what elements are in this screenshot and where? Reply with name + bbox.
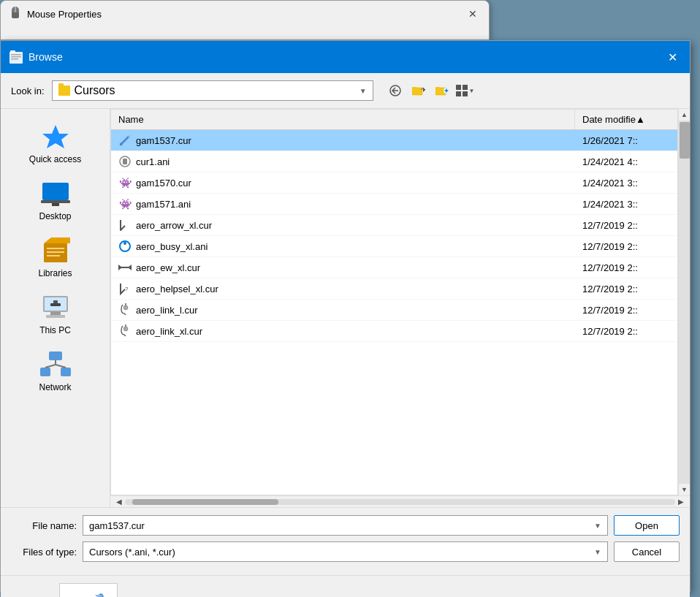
table-row[interactable]: ? aero_helpsel_xl.cur 12/7/2019 2:: [111, 278, 677, 300]
file-icon-5 [118, 240, 132, 253]
horizontal-scrollbar[interactable]: ◀ ▶ [110, 495, 690, 507]
libraries-icon [39, 236, 72, 265]
sidebar-item-quick-access[interactable]: Quick access [1, 116, 110, 170]
svg-rect-6 [11, 56, 21, 58]
up-folder-icon [412, 85, 425, 96]
mouse-properties-titlebar: Mouse Properties ✕ [1, 1, 489, 27]
cancel-button[interactable]: Cancel [614, 541, 680, 562]
look-in-label: Look in: [11, 85, 45, 96]
open-button[interactable]: Open [614, 515, 680, 536]
file-row-name: ? aero_helpsel_xl.cur [111, 282, 575, 295]
file-type-dropdown-arrow: ▼ [594, 548, 601, 556]
new-folder-button[interactable] [432, 80, 452, 101]
this-pc-label: This PC [39, 325, 71, 335]
horizontal-scroll-track[interactable] [125, 499, 675, 505]
table-row[interactable]: 👾 gam1570.cur 1/24/2021 3:: [111, 172, 677, 194]
sidebar-item-network[interactable]: Network [1, 344, 110, 398]
svg-marker-21 [42, 125, 69, 148]
file-row-date-2: 1/24/2021 3:: [575, 178, 677, 189]
svg-line-45 [120, 135, 130, 145]
horizontal-scroll-thumb[interactable] [132, 499, 278, 505]
file-row-name: aero_link_l.cur [111, 303, 575, 316]
quick-access-icon [39, 122, 72, 151]
mouse-properties-title-left: Mouse Properties [9, 7, 102, 21]
scroll-left-arrow[interactable]: ◀ [113, 496, 125, 508]
file-icon-4 [118, 218, 132, 232]
file-row-date-3: 1/24/2021 3:: [575, 199, 677, 210]
file-list-header: Name Date modifie▲ [111, 110, 677, 130]
table-row[interactable]: cur1.ani 1/24/2021 4:: [111, 151, 677, 172]
svg-rect-19 [456, 91, 461, 96]
sidebar-item-libraries[interactable]: Libraries [1, 230, 110, 284]
svg-rect-4 [10, 50, 15, 53]
file-name-input[interactable]: gam1537.cur ▼ [83, 515, 608, 536]
file-icon-9 [118, 324, 132, 338]
svg-rect-18 [463, 85, 468, 90]
file-name-value: gam1537.cur [89, 520, 145, 531]
mouse-properties-close-button[interactable]: ✕ [465, 7, 480, 21]
file-icon-3: 👾 [118, 197, 132, 210]
table-row[interactable]: aero_busy_xl.ani 12/7/2019 2:: [111, 236, 677, 257]
look-in-dropdown[interactable]: Cursors ▼ [52, 80, 373, 101]
table-row[interactable]: aero_link_xl.cur 12/7/2019 2:: [111, 321, 677, 342]
file-list-header-date[interactable]: Date modifie▲ [575, 110, 677, 129]
svg-rect-36 [49, 351, 62, 360]
sidebar-item-desktop[interactable]: Desktop [1, 173, 110, 227]
svg-marker-26 [44, 237, 70, 243]
desktop-label: Desktop [39, 211, 71, 221]
scroll-track[interactable] [679, 121, 691, 484]
scroll-right-arrow[interactable]: ▶ [675, 496, 687, 508]
table-row[interactable]: aero_ew_xl.cur 12/7/2019 2:: [111, 257, 677, 278]
network-icon [39, 350, 72, 379]
table-row[interactable]: gam1537.cur 1/26/2021 7:: [111, 130, 677, 151]
up-folder-button[interactable] [408, 80, 429, 101]
svg-rect-20 [463, 91, 468, 96]
svg-rect-35 [50, 303, 61, 306]
browse-titlebar: Browse ✕ [1, 41, 690, 73]
svg-rect-33 [46, 315, 65, 318]
mouse-properties-window: Mouse Properties ✕ [0, 0, 490, 40]
table-row[interactable]: 👾 gam1571.ani 1/24/2021 3:: [111, 194, 677, 215]
svg-point-54 [123, 305, 128, 310]
file-list-container[interactable]: Name Date modifie▲ [110, 109, 678, 495]
file-list-header-name[interactable]: Name [111, 110, 575, 129]
table-row[interactable]: aero_link_l.cur 12/7/2019 2:: [111, 300, 677, 321]
svg-marker-52 [128, 265, 132, 270]
views-button[interactable]: ▼ [455, 80, 476, 101]
file-row-date-9: 12/7/2019 2:: [575, 326, 677, 337]
svg-rect-32 [50, 312, 61, 315]
browse-close-button[interactable]: ✕ [663, 48, 681, 66]
file-icon-2: 👾 [118, 176, 132, 189]
svg-rect-13 [435, 87, 440, 89]
file-icon-0 [118, 134, 132, 147]
scroll-up-arrow[interactable]: ▲ [679, 109, 691, 121]
svg-rect-23 [41, 200, 70, 203]
svg-rect-1 [12, 12, 19, 18]
file-type-row: Files of type: Cursors (*.ani, *.cur) ▼ … [11, 541, 680, 562]
mouse-icon [9, 7, 21, 21]
svg-rect-5 [11, 54, 21, 56]
file-type-input[interactable]: Cursors (*.ani, *.cur) ▼ [83, 541, 608, 562]
browse-content: Quick access Desktop [1, 109, 690, 507]
svg-point-56 [123, 327, 128, 331]
file-name-dropdown-arrow: ▼ [594, 522, 601, 530]
browse-toolbar: Look in: Cursors ▼ [1, 73, 690, 109]
file-row-name: gam1537.cur [111, 134, 575, 147]
preview-box [59, 583, 118, 597]
file-row-date-0: 1/26/2021 7:: [575, 135, 677, 146]
back-button[interactable] [385, 80, 406, 101]
file-icon-8 [118, 303, 132, 316]
svg-text:?: ? [125, 286, 129, 292]
sidebar-item-this-pc[interactable]: This PC [1, 287, 110, 341]
browse-title-left: Browse [9, 49, 63, 65]
right-scrollbar[interactable]: ▲ ▼ [678, 109, 690, 495]
svg-marker-51 [118, 265, 122, 270]
file-icon-1 [118, 155, 132, 168]
scroll-down-arrow[interactable]: ▼ [679, 484, 691, 495]
file-row-name: cur1.ani [111, 155, 575, 168]
table-row[interactable]: aero_arrow_xl.cur 12/7/2019 2:: [111, 215, 677, 236]
file-row-name: aero_busy_xl.ani [111, 240, 575, 253]
scroll-thumb[interactable] [680, 122, 690, 159]
svg-rect-28 [47, 251, 64, 253]
toolbar-icons: ▼ [385, 80, 476, 101]
